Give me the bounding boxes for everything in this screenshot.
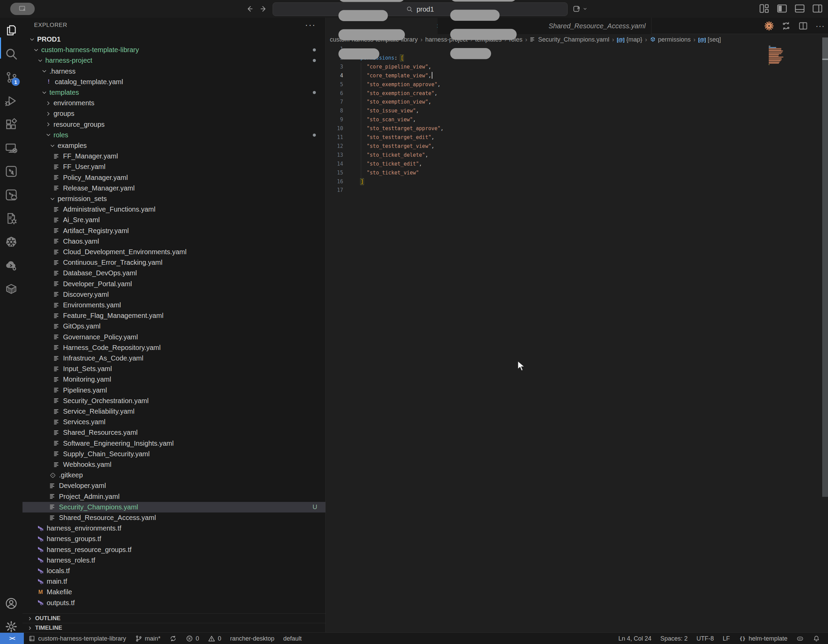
code-line-17[interactable]: 17 — [326, 186, 828, 195]
customize-layout-icon[interactable] — [759, 3, 770, 14]
tree-folder-permission_sets[interactable]: permission_sets — [22, 194, 325, 204]
tree-file-Release_Manager.yaml[interactable]: Release_Manager.yaml — [22, 183, 325, 194]
tree-file-Infrastruce_As_Code.yaml[interactable]: Infrastruce_As_Code.yaml — [22, 353, 325, 364]
status-repo[interactable]: custom-harness-template-library — [24, 633, 130, 644]
outline-section[interactable]: OUTLINE — [22, 613, 325, 623]
tree-file-harness_environments.tf[interactable]: harness_environments.tf — [22, 523, 325, 534]
tree-file-Input_Sets.yaml[interactable]: Input_Sets.yaml — [22, 364, 325, 374]
tree-file-.gitkeep[interactable]: .gitkeep — [22, 470, 325, 481]
tree-folder-custom-harness-template-library[interactable]: custom-harness-template-library — [22, 45, 325, 55]
code-line-5[interactable]: 5 "sto_exemption_approve", — [326, 80, 828, 89]
tree-folder-resource_groups[interactable]: resource_groups — [22, 119, 325, 130]
tree-file-Shared_Resource_Access.yaml[interactable]: Shared_Resource_Access.yaml — [22, 512, 325, 523]
tree-file-Project_Admin.yaml[interactable]: Project_Admin.yaml — [22, 491, 325, 502]
activity-item-remote-explorer[interactable] — [0, 137, 22, 158]
timeline-section[interactable]: TIMELINE — [22, 623, 325, 633]
tree-file-Environments.yaml[interactable]: Environments.yaml — [22, 300, 325, 310]
activity-item-terraform-cloud[interactable] — [0, 184, 22, 205]
tree-file-Governance_Policy.yaml[interactable]: Governance_Policy.yaml — [22, 332, 325, 342]
status-errors[interactable]: 0 — [181, 633, 204, 644]
tree-folder-PROD1[interactable]: PROD1 — [22, 34, 325, 45]
code-line-12[interactable]: 12 "sto_testtarget_view", — [326, 142, 828, 151]
activity-item-cloud-shell[interactable] — [0, 255, 22, 276]
code-line-6[interactable]: 6 "sto_exemption_create", — [326, 89, 828, 98]
tree-file-outputs.tf[interactable]: outputs.tf — [22, 598, 325, 608]
tree-file-Feature_Flag_Management.yaml[interactable]: Feature_Flag_Management.yaml — [22, 310, 325, 321]
code-line-9[interactable]: 9 "sto_scan_view", — [326, 116, 828, 124]
status-indentation[interactable]: Spaces: 2 — [656, 635, 692, 642]
tree-folder-harness-project[interactable]: harness-project — [22, 55, 325, 66]
tree-file-locals.tf[interactable]: locals.tf — [22, 566, 325, 576]
tree-file-Makefile[interactable]: MMakefile — [22, 587, 325, 597]
activity-item-source-control[interactable]: 1 — [0, 67, 22, 88]
tree-file-Developer.yaml[interactable]: Developer.yaml — [22, 481, 325, 491]
tree-file-Ai_Sre.yaml[interactable]: Ai_Sre.yaml — [22, 215, 325, 225]
screen-share-pill[interactable] — [10, 3, 35, 15]
split-editor-icon[interactable] — [798, 21, 808, 31]
code-line-11[interactable]: 11 "sto_testtarget_edit", — [326, 133, 828, 142]
status-sync[interactable] — [165, 633, 181, 644]
status-profile[interactable]: default — [279, 633, 306, 644]
tree-file-Database_DevOps.yaml[interactable]: Database_DevOps.yaml — [22, 268, 325, 278]
activity-item-explorer[interactable] — [0, 20, 22, 41]
tree-file-main.tf[interactable]: main.tf — [22, 576, 325, 587]
back-button[interactable] — [243, 3, 256, 15]
activity-item-kubernetes[interactable] — [0, 231, 22, 252]
code-line-10[interactable]: 10 "sto_testtarget_approve", — [326, 124, 828, 133]
tree-file-GitOps.yaml[interactable]: GitOps.yaml — [22, 321, 325, 332]
more-icon[interactable]: ··· — [815, 21, 825, 31]
tree-folder-examples[interactable]: examples — [22, 140, 325, 151]
tree-file-Service_Reliability.yaml[interactable]: Service_Reliability.yaml — [22, 406, 325, 417]
tree-file-harness_groups.tf[interactable]: harness_groups.tf — [22, 534, 325, 544]
toggle-panel-right-icon[interactable] — [812, 3, 823, 14]
tree-file-Monitoring.yaml[interactable]: Monitoring.yaml — [22, 374, 325, 385]
tree-file-Harness_Code_Repository.yaml[interactable]: Harness_Code_Repository.yaml — [22, 342, 325, 353]
toggle-panel-bottom-icon[interactable] — [794, 3, 806, 14]
minimap[interactable] — [769, 45, 796, 69]
tree-folder-templates[interactable]: templates — [22, 87, 325, 98]
toggle-panel-left-icon[interactable] — [776, 3, 788, 14]
tree-file-Administrative_Functions.yaml[interactable]: Administrative_Functions.yaml — [22, 204, 325, 215]
tree-file-catalog_template.yaml[interactable]: !catalog_template.yaml — [22, 77, 325, 87]
activity-item-containers[interactable] — [0, 278, 22, 299]
code-line-8[interactable]: 8 "sto_issue_view", — [326, 107, 828, 116]
code-line-7[interactable]: 7 "sto_exemption_view", — [326, 98, 828, 107]
starburst-icon[interactable] — [764, 21, 774, 31]
tree-file-Pipelines.yaml[interactable]: Pipelines.yaml — [22, 385, 325, 396]
status-cursor-position[interactable]: Ln 4, Col 24 — [614, 635, 656, 642]
tree-folder-environments[interactable]: environments — [22, 98, 325, 108]
activity-item-accounts[interactable] — [0, 593, 22, 614]
more-actions-icon[interactable]: ··· — [305, 20, 316, 30]
tree-folder-.harness[interactable]: .harness — [22, 66, 325, 77]
tree-file-Discovery.yaml[interactable]: Discovery.yaml — [22, 289, 325, 300]
breadcrumb-item[interactable]: permissions — [650, 36, 691, 43]
tab-Shared_Resource_Access.yaml[interactable]: Shared_Resource_Access.yaml — [438, 18, 651, 34]
breadcrumb-item[interactable]: [@][seq] — [698, 36, 721, 43]
code-line-16[interactable]: 16] — [326, 177, 828, 186]
forward-button[interactable] — [257, 3, 271, 15]
activity-item-extensions[interactable] — [0, 114, 22, 135]
tree-file-Continuous_Error_Tracking.yaml[interactable]: Continuous_Error_Tracking.yaml — [22, 257, 325, 268]
status-rancher-desktop[interactable]: rancher-desktop — [226, 633, 279, 644]
breadcrumb-item[interactable]: [@]{map} — [617, 36, 642, 43]
tree-file-Software_Engineering_Insights.yaml[interactable]: Software_Engineering_Insights.yaml — [22, 438, 325, 449]
tree-file-Webhooks.yaml[interactable]: Webhooks.yaml — [22, 459, 325, 470]
tree-file-harness_roles.tf[interactable]: harness_roles.tf — [22, 555, 325, 566]
tree-file-Shared_Resources.yaml[interactable]: Shared_Resources.yaml — [22, 427, 325, 438]
code-line-15[interactable]: 15 "sto_ticket_view" — [326, 169, 828, 177]
sync-loop-icon[interactable] — [781, 21, 791, 31]
tree-file-Artifact_Registry.yaml[interactable]: Artifact_Registry.yaml — [22, 226, 325, 236]
code-line-13[interactable]: 13 "sto_ticket_delete", — [326, 151, 828, 160]
activity-item-cmake-tools[interactable] — [0, 208, 22, 229]
status-notifications[interactable] — [808, 635, 825, 642]
activity-item-search[interactable] — [0, 43, 22, 64]
tree-file-FF_User.yaml[interactable]: FF_User.yaml — [22, 161, 325, 172]
layout-dropdown-button[interactable] — [572, 3, 587, 15]
remote-indicator[interactable]: >< — [0, 633, 24, 644]
tree-file-Security_Orchestration.yaml[interactable]: Security_Orchestration.yaml — [22, 396, 325, 406]
code-area[interactable]: 1---2permissions: [3 "core_pipeline_view… — [326, 45, 828, 632]
tree-folder-groups[interactable]: groups — [22, 108, 325, 119]
activity-item-run-and-debug[interactable] — [0, 90, 22, 111]
tree-file-Services.yaml[interactable]: Services.yaml — [22, 417, 325, 427]
status-language-mode[interactable]: {}helm-template — [734, 635, 792, 642]
